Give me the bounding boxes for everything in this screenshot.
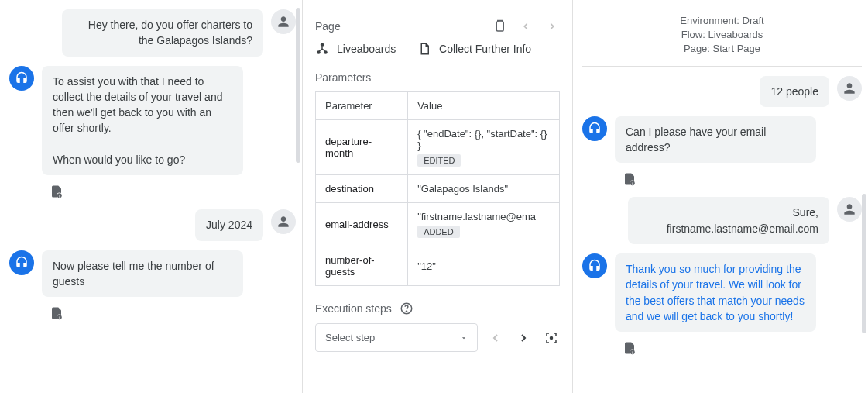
- breadcrumb-flow[interactable]: Liveaboards: [337, 43, 396, 55]
- attachment-indicator[interactable]: i: [623, 172, 862, 186]
- param-value: { "endDate": {}, "startDate": {} } EDITE…: [408, 120, 560, 175]
- help-icon[interactable]: [400, 302, 413, 315]
- execution-steps-heading: Execution steps: [315, 302, 560, 315]
- svg-text:i: i: [632, 182, 633, 186]
- chat-message-bot: To assist you with that I need to collec…: [9, 66, 296, 176]
- user-avatar: [271, 209, 296, 234]
- param-value-text: "firstname.lastname@ema: [417, 211, 536, 222]
- svg-text:i: i: [59, 195, 60, 198]
- flow-icon: [315, 42, 329, 56]
- file-info-icon: i: [623, 172, 636, 186]
- execution-steps-label: Execution steps: [315, 302, 392, 315]
- chat-bubble: Can I please have your email address?: [615, 116, 816, 164]
- col-header-value: Value: [408, 92, 560, 120]
- clipboard-button[interactable]: [492, 19, 507, 34]
- environment-header: Environment: Draft Flow: Liveaboards Pag…: [582, 9, 862, 67]
- execution-controls: Select step: [315, 323, 560, 352]
- chat-message-user: Hey there, do you offer charters to the …: [9, 9, 296, 57]
- chevron-left-icon: [520, 21, 531, 32]
- page-label: Page: [315, 20, 341, 33]
- user-avatar: [837, 197, 862, 222]
- step-next-button[interactable]: [515, 329, 532, 346]
- user-avatar: [837, 76, 862, 101]
- chevron-left-icon: [489, 332, 502, 344]
- table-row: email-address "firstname.lastname@ema AD…: [316, 203, 560, 246]
- bot-avatar: [582, 253, 607, 278]
- bot-avatar: [9, 250, 34, 275]
- file-info-icon: i: [623, 341, 636, 355]
- chat-message-user: 12 people: [582, 76, 862, 107]
- file-info-icon: i: [50, 306, 63, 320]
- person-icon: [276, 214, 291, 229]
- parameters-heading: Parameters: [315, 71, 560, 84]
- chat-bubble: July 2024: [195, 209, 263, 240]
- table-row: number-of-guests "12": [316, 246, 560, 286]
- env-line: Flow: Liveaboards: [582, 28, 862, 42]
- select-step-dropdown[interactable]: Select step: [315, 323, 478, 352]
- param-name: number-of-guests: [316, 246, 408, 286]
- headset-icon: [15, 256, 29, 270]
- param-name: email-address: [316, 203, 408, 246]
- chat-message-bot: Now please tell me the number of guests: [9, 250, 296, 298]
- chat-panel-right: Environment: Draft Flow: Liveaboards Pag…: [573, 0, 868, 393]
- scrollbar-thumb[interactable]: [296, 8, 300, 163]
- svg-point-11: [406, 311, 407, 312]
- focus-button[interactable]: [543, 329, 560, 346]
- chat-bubble: Now please tell me the number of guests: [42, 250, 243, 298]
- headset-icon: [588, 122, 602, 136]
- chat-bubble: Sure, firstname.lastname@email.com: [628, 197, 829, 244]
- col-header-parameter: Parameter: [316, 92, 408, 120]
- svg-text:i: i: [59, 316, 60, 320]
- svg-text:i: i: [632, 351, 633, 355]
- breadcrumb: Liveaboards – Collect Further Info: [315, 42, 560, 56]
- panel-header: Page: [315, 19, 560, 34]
- svg-point-9: [321, 43, 324, 47]
- scrollbar-thumb[interactable]: [862, 194, 866, 333]
- page-icon: [417, 42, 431, 56]
- env-line: Environment: Draft: [582, 14, 862, 28]
- table-row: destination "Galapagos Islands": [316, 175, 560, 203]
- chat-panel-left: Hey there, do you offer charters to the …: [0, 0, 302, 393]
- chat-bubble: To assist you with that I need to collec…: [42, 66, 243, 176]
- caret-down-icon: [460, 334, 468, 342]
- param-value: "firstname.lastname@ema ADDED: [408, 203, 560, 246]
- chat-message-user: July 2024: [9, 209, 296, 240]
- file-info-icon: i: [50, 184, 63, 198]
- param-name: departure-month: [316, 120, 408, 175]
- person-icon: [842, 81, 857, 96]
- person-icon: [276, 14, 291, 29]
- center-focus-icon: [544, 331, 558, 345]
- details-panel: Page Liveaboards – Collect Further Info …: [302, 0, 573, 393]
- chevron-right-icon: [517, 332, 530, 344]
- chat-message-bot: Can I please have your email address?: [582, 116, 862, 164]
- chat-message-bot: Thank you so much for providing the deta…: [582, 253, 862, 332]
- person-icon: [842, 202, 857, 217]
- svg-point-12: [551, 336, 553, 339]
- param-value: "12": [408, 246, 560, 286]
- chat-bubble: Thank you so much for providing the deta…: [615, 253, 816, 332]
- chat-bubble: 12 people: [760, 76, 829, 107]
- param-value-text: { "endDate": {}, "startDate": {} }: [417, 128, 547, 151]
- attachment-indicator[interactable]: i: [50, 184, 296, 198]
- table-row: departure-month { "endDate": {}, "startD…: [316, 120, 560, 175]
- chat-bubble: Hey there, do you offer charters to the …: [62, 9, 263, 57]
- headset-icon: [588, 259, 602, 273]
- chevron-right-icon: [547, 21, 558, 32]
- clipboard-icon: [492, 19, 506, 33]
- attachment-indicator[interactable]: i: [50, 306, 296, 320]
- breadcrumb-separator: –: [403, 43, 410, 55]
- next-button[interactable]: [544, 19, 560, 34]
- breadcrumb-page[interactable]: Collect Further Info: [439, 43, 531, 55]
- panel-nav: [492, 19, 560, 34]
- prev-button[interactable]: [518, 19, 533, 34]
- bot-avatar: [9, 66, 34, 91]
- step-nav: [487, 329, 560, 346]
- bot-avatar: [582, 116, 607, 141]
- step-prev-button[interactable]: [487, 329, 504, 346]
- parameters-table: Parameter Value departure-month { "endDa…: [315, 91, 560, 286]
- param-name: destination: [316, 175, 408, 203]
- user-avatar: [271, 9, 296, 34]
- env-line: Page: Start Page: [582, 42, 862, 56]
- attachment-indicator[interactable]: i: [623, 341, 862, 355]
- svg-rect-6: [496, 22, 503, 31]
